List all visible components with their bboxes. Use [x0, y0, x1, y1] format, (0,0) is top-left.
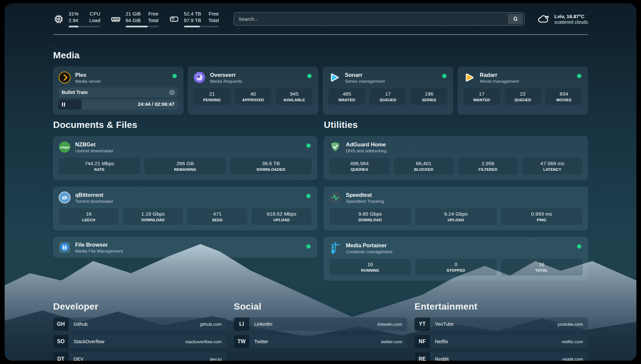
stackoverflow-abbr: SO — [53, 335, 69, 348]
sonarr-name: Sonarr — [345, 72, 385, 78]
qbittorrent-card[interactable]: qb qBittorrent Torrent downloader 16LEEC… — [53, 187, 317, 230]
memory-progress-bar — [126, 26, 159, 27]
overseerr-stat-pending: 21PENDING — [193, 88, 231, 105]
youtube-url: youtube.com — [558, 322, 588, 327]
nzbget-logo: nzbget — [58, 141, 71, 153]
speedtest-stat-download: 9.65 GbpsDOWNLOAD — [329, 208, 411, 225]
plex-status-dot — [172, 74, 177, 78]
github-abbr: GH — [53, 318, 69, 331]
nzbget-status-dot — [306, 143, 311, 148]
plex-logo — [58, 71, 71, 84]
section-heading-utilities: Utilities — [324, 120, 588, 130]
portainer-stat-running: 16RUNNING — [329, 258, 411, 276]
sonarr-card[interactable]: Sonarr Series management 485WANTED 17QUE… — [323, 67, 453, 114]
twitter-abbr: TW — [234, 335, 249, 348]
cpu-usage-value: 31% — [69, 11, 80, 17]
linkedin-name: LinkedIn — [249, 321, 272, 327]
overseerr-status-dot — [307, 74, 312, 78]
radarr-logo — [463, 71, 475, 84]
radarr-stat-movies: 834MOVIES — [545, 88, 583, 105]
memory-free-label: Free — [148, 11, 159, 17]
adguard-logo — [329, 141, 342, 153]
bookmark-group-developer: Developer GH Github github.com SO StackO… — [53, 301, 227, 361]
section-heading-entertainment: Entertainment — [414, 301, 588, 312]
load-label: Load — [87, 17, 100, 24]
radarr-stat-wanted: 17WANTED — [463, 88, 501, 105]
qbittorrent-stat-download: 1.19 GbpsDOWNLOAD — [123, 208, 183, 225]
bookmark-reddit[interactable]: RE Reddit reddit.com — [414, 352, 588, 361]
qbittorrent-status-dot — [306, 194, 311, 198]
youtube-abbr: YT — [414, 318, 430, 331]
topbar-divider — [53, 34, 588, 35]
search-bar: G — [233, 12, 525, 26]
adguard-stat-queries: 498,564QUERIES — [329, 158, 390, 175]
cpu-icon — [53, 14, 64, 25]
github-url: github.com — [200, 322, 227, 327]
overseerr-logo — [193, 71, 206, 84]
qbittorrent-stat-leech: 16LEECH — [58, 208, 119, 225]
plex-card[interactable]: Plex Media server Bullet Train 24:44 / 0… — [53, 67, 183, 114]
portainer-status-dot — [577, 244, 581, 249]
memory-free-value: 21 GiB — [126, 11, 141, 17]
filebrowser-status-dot — [306, 244, 311, 249]
cpu-load-value: 2.94 — [69, 17, 80, 24]
reddit-abbr: RE — [414, 352, 430, 361]
speedtest-subtitle: Speedtest Tracking — [346, 199, 384, 204]
cloud-icon — [536, 12, 550, 26]
sonarr-logo — [328, 71, 341, 84]
plex-playback-time: 24:44 / 02:06:47 — [138, 101, 174, 107]
utilities-column: Utilities AdGuard Home DNS and adblockin… — [324, 120, 588, 288]
portainer-logo — [329, 242, 342, 254]
bookmark-youtube[interactable]: YT YouTube youtube.com — [414, 318, 588, 331]
radarr-card[interactable]: Radarr Movie management 17WANTED 22QUEUE… — [458, 67, 588, 114]
section-heading-media: Media — [53, 50, 588, 61]
dev-url: dev.to — [210, 357, 227, 361]
plex-now-playing-row: Bullet Train — [58, 87, 178, 97]
camera-icon — [169, 90, 175, 95]
nzbget-subtitle: Usenet downloader — [75, 148, 113, 153]
adguard-stat-filtered: 2,956FILTERED — [458, 158, 518, 175]
weather-location-temp: Lviv, 16.87°C — [554, 14, 588, 19]
search-input[interactable] — [234, 13, 525, 25]
portainer-card[interactable]: Media Portainer Container management 16R… — [324, 237, 588, 281]
dashboard-window: 31% CPU 2.94 Load 21 GiB Free — [5, 3, 636, 361]
memory-total-value: 64 GiB — [126, 17, 141, 24]
ram-icon — [110, 14, 121, 25]
qbittorrent-name: qBittorrent — [75, 192, 113, 198]
twitter-url: twitter.com — [381, 339, 407, 344]
bookmark-dev[interactable]: DT DEV dev.to — [53, 352, 227, 361]
adguard-name: AdGuard Home — [346, 141, 386, 148]
cpu-progress-bar — [69, 26, 100, 27]
disk-total-label: Total — [208, 17, 219, 24]
nzbget-stat-downloaded: 39.6 TBDOWNLOADED — [230, 158, 312, 175]
sonarr-subtitle: Series management — [345, 79, 385, 84]
adguard-card[interactable]: AdGuard Home DNS and adblocking 498,564Q… — [324, 136, 588, 180]
speedtest-logo — [329, 191, 342, 204]
bookmark-github[interactable]: GH Github github.com — [53, 318, 227, 331]
disk-icon — [168, 14, 180, 25]
bookmark-netflix[interactable]: NF Netflix netflix.com — [414, 335, 588, 348]
sonarr-stat-series: 196SERIES — [410, 88, 448, 105]
sonarr-stat-queued: 17QUEUED — [369, 88, 407, 105]
cpu-stat-widget: 31% CPU 2.94 Load — [53, 11, 100, 27]
twitter-name: Twitter — [249, 339, 268, 344]
speedtest-name: Speedtest — [346, 192, 384, 198]
nzbget-card[interactable]: nzbget NZBGet Usenet downloader 744.21 M… — [53, 136, 317, 180]
bookmark-stackoverflow[interactable]: SO StackOverflow stackoverflow.com — [53, 335, 227, 348]
disk-stat-widget: 52.4 TB Free 97.9 TB Total — [168, 11, 219, 27]
plex-now-playing-title: Bullet Train — [62, 90, 88, 95]
speedtest-card[interactable]: Speedtest Speedtest Tracking 9.65 GbpsDO… — [324, 187, 588, 230]
bookmark-linkedin[interactable]: LI LinkedIn linkedin.com — [234, 318, 407, 331]
qbittorrent-subtitle: Torrent downloader — [75, 199, 113, 204]
speedtest-stat-ping: 0.993 msPING — [501, 208, 583, 225]
overseerr-card[interactable]: Overseerr Media Requests 21PENDING 40APP… — [188, 67, 318, 114]
sonarr-stat-wanted: 485WANTED — [328, 88, 366, 105]
dev-abbr: DT — [53, 352, 69, 361]
filebrowser-card[interactable]: File Browser Media File Management — [53, 237, 317, 258]
netflix-abbr: NF — [414, 335, 430, 348]
bookmark-twitter[interactable]: TW Twitter twitter.com — [234, 335, 407, 348]
search-provider-button[interactable]: G — [508, 14, 523, 24]
svg-text:qb: qb — [62, 195, 67, 200]
dev-name: DEV — [69, 356, 83, 361]
nzbget-name: NZBGet — [75, 141, 113, 148]
